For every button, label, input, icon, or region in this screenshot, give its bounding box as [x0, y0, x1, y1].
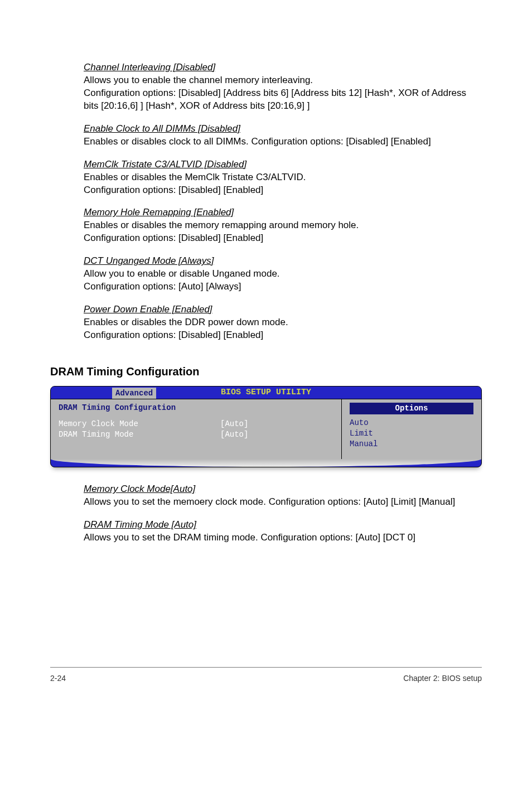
text-line: Allows you to set the DRAM timing mode. … — [84, 532, 482, 544]
page-footer: 2-24 Chapter 2: BIOS setup — [50, 667, 482, 684]
bios-option[interactable]: Auto — [350, 418, 473, 428]
text-line: Configuration options: [Auto] [Always] — [84, 281, 482, 293]
bios-title-text: BIOS SETUP UTILITY — [221, 388, 311, 397]
heading-memclk: MemClk Tristate C3/ALTVID [Disabled] — [84, 158, 482, 171]
heading-dram-timing-mode: DRAM Timing Mode [Auto] — [84, 519, 482, 532]
section-memory-clock-mode: Memory Clock Mode[Auto] Allows you to se… — [84, 483, 482, 509]
bios-row-key: Memory Clock Mode — [59, 419, 220, 429]
bios-row-key: DRAM Timing Mode — [59, 429, 220, 440]
text-line: Enables or disables the DDR power down m… — [84, 316, 482, 329]
heading-memory-hole: Memory Hole Remapping [Enabled] — [84, 206, 482, 219]
bios-titlebar: BIOS SETUP UTILITY Advanced — [51, 386, 481, 399]
bios-option[interactable]: Limit — [350, 428, 473, 439]
bios-right-panel: Options Auto Limit Manual — [342, 399, 481, 460]
heading-dct-unganged: DCT Unganged Mode [Always] — [84, 255, 482, 268]
text-line: Allow you to enable or disable Unganed m… — [84, 268, 482, 281]
footer-chapter: Chapter 2: BIOS setup — [403, 673, 482, 684]
bios-left-panel: DRAM Timing Configuration Memory Clock M… — [51, 399, 342, 460]
bios-setup-utility: BIOS SETUP UTILITY Advanced DRAM Timing … — [50, 386, 482, 468]
bios-row[interactable]: Memory Clock Mode [Auto] — [59, 419, 333, 429]
text-line: Allows you to enable the channel memory … — [84, 74, 482, 87]
text-line: Allows you to set the memoery clock mode… — [84, 496, 482, 509]
text-line: Enables or disables the MemClk Tristate … — [84, 171, 482, 184]
bios-tab-advanced[interactable]: Advanced — [112, 388, 156, 399]
text-line: Configuration options: [Disabled] [Enabl… — [84, 329, 482, 342]
section-memclk: MemClk Tristate C3/ALTVID [Disabled] Ena… — [84, 158, 482, 197]
heading-memory-clock-mode: Memory Clock Mode[Auto] — [84, 483, 482, 496]
section-memory-hole: Memory Hole Remapping [Enabled] Enables … — [84, 206, 482, 245]
bios-option[interactable]: Manual — [350, 439, 473, 450]
section-power-down: Power Down Enable [Enabled] Enables or d… — [84, 303, 482, 342]
doc-heading-dram-timing: DRAM Timing Configuration — [50, 364, 482, 379]
heading-enable-clock: Enable Clock to All DIMMs [Disabled] — [84, 123, 482, 136]
text-line: Configuration options: [Disabled] [Addre… — [84, 87, 482, 113]
bios-bottom-curve — [51, 459, 481, 467]
heading-channel-interleaving: Channel Interleaving [Disabled] — [84, 61, 482, 74]
bios-options-header: Options — [350, 403, 473, 414]
section-dct-unganged: DCT Unganged Mode [Always] Allow you to … — [84, 255, 482, 293]
text-line: Configuration options: [Disabled] [Enabl… — [84, 184, 482, 197]
bios-subheader: DRAM Timing Configuration — [59, 403, 333, 413]
footer-page-number: 2-24 — [50, 673, 66, 684]
bios-row-value: [Auto] — [220, 429, 248, 440]
text-line: Enables or disables the memory remapping… — [84, 219, 482, 232]
text-line: Enables or disables clock to all DIMMs. … — [84, 136, 482, 148]
bios-row-value: [Auto] — [220, 419, 248, 429]
bios-body: DRAM Timing Configuration Memory Clock M… — [51, 399, 481, 460]
bios-row[interactable]: DRAM Timing Mode [Auto] — [59, 429, 333, 440]
section-channel-interleaving: Channel Interleaving [Disabled] Allows y… — [84, 61, 482, 113]
heading-power-down: Power Down Enable [Enabled] — [84, 303, 482, 316]
text-line: Configuration options: [Disabled] [Enabl… — [84, 232, 482, 245]
section-enable-clock: Enable Clock to All DIMMs [Disabled] Ena… — [84, 123, 482, 148]
section-dram-timing-mode: DRAM Timing Mode [Auto] Allows you to se… — [84, 519, 482, 544]
